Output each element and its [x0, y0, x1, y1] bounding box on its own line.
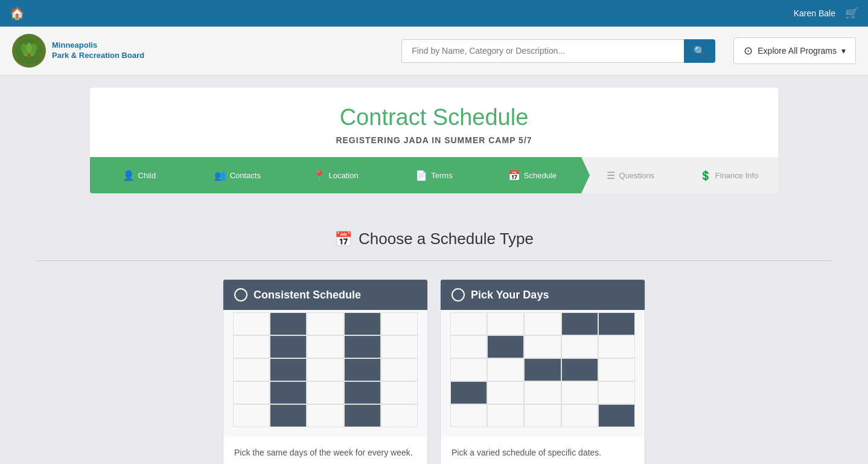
grid-cell — [345, 382, 380, 404]
grid-cell — [234, 359, 269, 381]
consistent-schedule-option[interactable]: Consistent Schedule — [223, 279, 428, 464]
page-title: Contract Schedule — [102, 105, 766, 130]
tab-contacts-label: Contacts — [230, 171, 261, 180]
consistent-grid — [233, 312, 418, 427]
tab-terms-label: Terms — [431, 171, 452, 180]
grid-cell — [345, 336, 380, 358]
grid-cell — [525, 336, 560, 358]
terms-icon: 📄 — [415, 170, 427, 181]
grid-cell — [345, 405, 380, 427]
grid-cell — [562, 359, 598, 381]
chevron-down-icon: ▾ — [841, 46, 846, 56]
schedule-header: 📅 Choose a Schedule Type — [36, 230, 832, 261]
tab-questions-label: Questions — [619, 171, 654, 180]
grid-cell — [525, 359, 560, 381]
pick-days-radio[interactable] — [452, 288, 465, 301]
tab-finance-label: Finance Info — [715, 171, 759, 180]
tab-schedule-label: Schedule — [524, 171, 557, 180]
grid-cell — [270, 313, 306, 335]
consistent-desc: Pick the same days of the week for every… — [223, 437, 427, 464]
svg-point-5 — [27, 53, 31, 57]
top-bar-right: Karen Bale 🛒 — [794, 7, 858, 20]
explore-label: Explore All Programs — [758, 46, 837, 56]
grid-cell — [488, 336, 523, 358]
explore-icon: ⊙ — [744, 44, 753, 57]
grid-cell — [488, 313, 523, 335]
logo-image — [12, 34, 46, 68]
questions-icon: ☰ — [607, 170, 615, 181]
pick-days-grid — [450, 312, 635, 427]
tab-contacts[interactable]: 👥 Contacts — [188, 157, 287, 193]
schedule-header-icon: 📅 — [334, 231, 353, 248]
svg-point-4 — [26, 43, 32, 53]
grid-cell — [307, 336, 343, 358]
user-name: Karen Bale — [794, 8, 835, 18]
logo-area: Minneapolis Park & Recreation Board — [12, 34, 144, 68]
grid-cell — [381, 336, 417, 358]
pick-your-days-option[interactable]: Pick Your Days — [440, 279, 645, 464]
grid-cell — [381, 313, 417, 335]
grid-cell — [307, 359, 343, 381]
pick-days-visual — [441, 310, 645, 437]
grid-cell — [234, 336, 269, 358]
grid-cell — [488, 382, 523, 404]
tab-location[interactable]: 📍 Location — [287, 157, 385, 193]
schedule-section: 📅 Choose a Schedule Type Consistent Sche… — [0, 205, 868, 464]
grid-cell — [562, 336, 598, 358]
tab-finance[interactable]: 💲 Finance Info — [680, 157, 778, 193]
grid-cell — [345, 359, 380, 381]
explore-programs-button[interactable]: ⊙ Explore All Programs ▾ — [733, 37, 856, 64]
content-card: Contract Schedule REGISTERING JADA IN SU… — [90, 88, 778, 193]
grid-cell — [451, 313, 487, 335]
child-icon: 👤 — [123, 170, 135, 181]
grid-cell — [562, 405, 598, 427]
home-icon[interactable]: 🏠 — [10, 6, 25, 21]
grid-cell — [599, 405, 634, 427]
grid-cell — [488, 405, 523, 427]
tab-child-label: Child — [138, 171, 156, 180]
contacts-icon: 👥 — [214, 170, 226, 181]
tab-terms[interactable]: 📄 Terms — [385, 157, 483, 193]
grid-cell — [381, 359, 417, 381]
grid-cell — [381, 405, 417, 427]
grid-cell — [599, 336, 634, 358]
grid-cell — [234, 382, 269, 404]
grid-cell — [381, 382, 417, 404]
grid-cell — [234, 405, 269, 427]
search-area: 🔍 — [401, 39, 715, 63]
pick-days-header: Pick Your Days — [441, 280, 645, 310]
consistent-label: Consistent Schedule — [254, 289, 361, 301]
grid-cell — [451, 336, 487, 358]
grid-cell — [525, 405, 560, 427]
grid-cell — [562, 313, 598, 335]
grid-cell — [345, 313, 380, 335]
consistent-radio[interactable] — [234, 288, 247, 301]
consistent-visual — [223, 310, 427, 437]
grid-cell — [270, 382, 306, 404]
tab-child[interactable]: 👤 Child — [90, 157, 188, 193]
schedule-options: Consistent Schedule — [36, 279, 832, 464]
location-icon: 📍 — [313, 170, 325, 181]
step-tabs: 👤 Child 👥 Contacts 📍 Location 📄 Terms 📅 … — [90, 157, 778, 193]
consistent-header: Consistent Schedule — [223, 280, 427, 310]
schedule-header-title: Choose a Schedule Type — [359, 230, 534, 248]
header-row: Minneapolis Park & Recreation Board 🔍 ⊙ … — [0, 27, 868, 76]
cart-icon[interactable]: 🛒 — [845, 7, 858, 20]
search-input[interactable] — [401, 39, 684, 63]
grid-cell — [599, 313, 634, 335]
search-button[interactable]: 🔍 — [684, 39, 715, 63]
title-section: Contract Schedule REGISTERING JADA IN SU… — [90, 88, 778, 157]
grid-cell — [307, 405, 343, 427]
grid-cell — [451, 382, 487, 404]
grid-cell — [599, 359, 634, 381]
finance-icon: 💲 — [700, 170, 712, 181]
grid-cell — [488, 359, 523, 381]
grid-cell — [270, 359, 306, 381]
tab-questions[interactable]: ☰ Questions — [581, 157, 680, 193]
grid-cell — [451, 405, 487, 427]
tab-schedule[interactable]: 📅 Schedule — [483, 157, 581, 193]
schedule-icon: 📅 — [508, 170, 520, 181]
logo-text: Minneapolis Park & Recreation Board — [52, 40, 144, 61]
pick-days-label: Pick Your Days — [471, 289, 549, 301]
tab-location-label: Location — [329, 171, 359, 180]
